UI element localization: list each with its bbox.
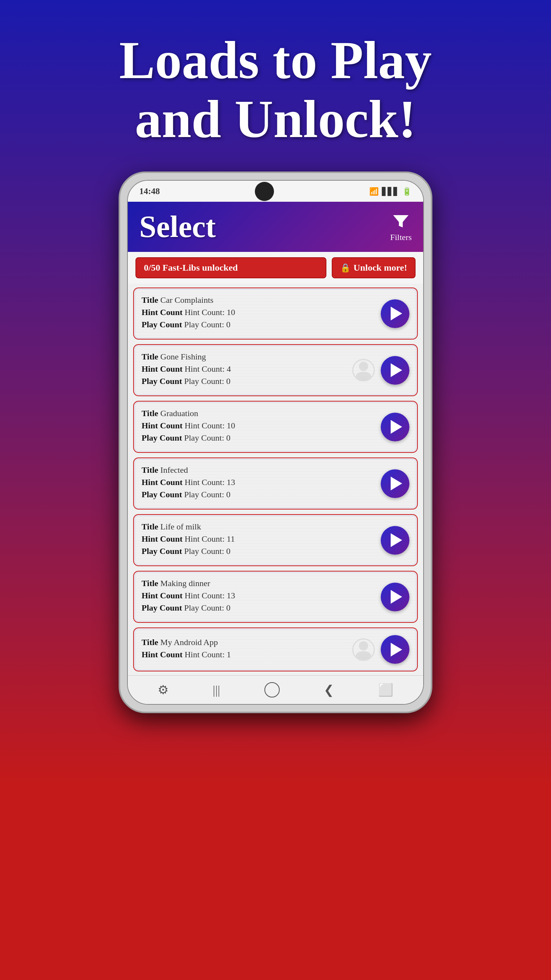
- item-title-row: Title Gone Fishing: [142, 352, 350, 362]
- item-play-row: Play Count Play Count: 0: [142, 320, 381, 330]
- item-title-row: Title My Android App: [142, 637, 350, 647]
- svg-text:User: User: [360, 377, 366, 380]
- item-play-row: Play Count Play Count: 0: [142, 603, 381, 613]
- item-title-row: Title Making dinner: [142, 578, 381, 588]
- unlock-more-button[interactable]: 🔒 Unlock more!: [332, 257, 416, 278]
- user-created-badge: User Created: [350, 636, 377, 663]
- item-play-label: Play Count: [142, 376, 184, 386]
- wifi-icon: 📶: [369, 187, 379, 196]
- item-hint-label: Hint Count: [142, 307, 184, 317]
- recent-apps-button[interactable]: ⬜: [378, 683, 393, 697]
- item-hint-row: Hint Count Hint Count: 13: [142, 591, 381, 601]
- item-play-label: Play Count: [142, 603, 184, 612]
- item-right: [381, 413, 409, 441]
- item-info: Title GraduationHint Count Hint Count: 1…: [142, 408, 381, 445]
- item-hint-value: Hint Count: 13: [184, 591, 235, 600]
- unlock-bar: 0/50 Fast-Libs unlocked 🔒 Unlock more!: [128, 252, 423, 284]
- item-title-row: Title Graduation: [142, 408, 381, 418]
- item-title-value: Making dinner: [160, 578, 210, 588]
- item-title-label: Title: [142, 408, 160, 418]
- play-triangle-icon: [391, 533, 402, 547]
- home-nav-button[interactable]: |||: [213, 683, 220, 697]
- item-hint-row: Hint Count Hint Count: 1: [142, 650, 350, 660]
- item-title-label: Title: [142, 578, 160, 588]
- item-title-label: Title: [142, 637, 160, 647]
- svg-marker-0: [393, 215, 409, 227]
- play-button[interactable]: [381, 583, 409, 611]
- item-play-row: Play Count Play Count: 0: [142, 433, 381, 443]
- item-play-row: Play Count Play Count: 0: [142, 490, 381, 500]
- phone-mockup: 14:48 📶 ▋▋▋ 🔋 Select Filters 0/50 Fast-L…: [119, 172, 432, 713]
- back-nav-button[interactable]: ⚙: [158, 683, 169, 697]
- list-item: Title InfectedHint Count Hint Count: 13P…: [133, 457, 418, 510]
- item-right: [381, 299, 409, 328]
- item-hint-label: Hint Count: [142, 364, 184, 374]
- item-title-row: Title Life of milk: [142, 522, 381, 532]
- svg-point-1: [359, 362, 368, 371]
- svg-point-6: [359, 641, 368, 650]
- signal-icon: ▋▋▋: [382, 187, 399, 196]
- play-button[interactable]: [381, 356, 409, 385]
- item-info: Title InfectedHint Count Hint Count: 13P…: [142, 465, 381, 502]
- status-time: 14:48: [139, 186, 160, 196]
- item-title-value: Life of milk: [160, 522, 201, 531]
- item-info: Title Making dinnerHint Count Hint Count…: [142, 578, 381, 615]
- list-item: Title My Android AppHint Count Hint Coun…: [133, 627, 418, 671]
- item-hint-row: Hint Count Hint Count: 13: [142, 477, 381, 487]
- circle-nav-button[interactable]: [264, 682, 280, 697]
- item-play-label: Play Count: [142, 433, 184, 443]
- item-right: [381, 526, 409, 555]
- svg-text:Created: Created: [359, 381, 368, 382]
- unlock-count: 0/50 Fast-Libs unlocked: [135, 257, 326, 278]
- play-button[interactable]: [381, 526, 409, 555]
- item-title-value: Graduation: [160, 408, 198, 418]
- app-title: Select: [139, 209, 216, 244]
- item-play-label: Play Count: [142, 490, 184, 499]
- item-play-value: Play Count: 0: [184, 433, 230, 443]
- item-hint-label: Hint Count: [142, 534, 184, 544]
- play-triangle-icon: [391, 420, 402, 434]
- back-arrow-button[interactable]: ❮: [324, 683, 334, 697]
- item-hint-row: Hint Count Hint Count: 4: [142, 364, 350, 374]
- play-triangle-icon: [391, 477, 402, 490]
- list-item: Title Life of milkHint Count Hint Count:…: [133, 514, 418, 566]
- item-title-value: Car Complaints: [160, 295, 214, 305]
- play-button[interactable]: [381, 413, 409, 441]
- item-play-row: Play Count Play Count: 0: [142, 546, 381, 556]
- bottom-nav: ⚙ ||| ❮ ⬜: [128, 675, 423, 704]
- item-right: [381, 469, 409, 498]
- list-area: Title Car ComplaintsHint Count Hint Coun…: [128, 284, 423, 675]
- item-hint-value: Hint Count: 11: [184, 534, 235, 544]
- play-button[interactable]: [381, 299, 409, 328]
- hero-title: Loads to Play and Unlock!: [96, 31, 455, 149]
- list-item: Title Car ComplaintsHint Count Hint Coun…: [133, 287, 418, 340]
- play-button[interactable]: [381, 635, 409, 664]
- item-hint-row: Hint Count Hint Count: 10: [142, 421, 381, 431]
- item-title-row: Title Car Complaints: [142, 295, 381, 305]
- item-play-value: Play Count: 0: [184, 603, 230, 612]
- item-title-label: Title: [142, 295, 160, 305]
- item-hint-value: Hint Count: 10: [184, 421, 235, 430]
- item-title-value: My Android App: [160, 637, 218, 647]
- item-hint-label: Hint Count: [142, 591, 184, 600]
- item-info: Title Life of milkHint Count Hint Count:…: [142, 522, 381, 559]
- item-info: Title Car ComplaintsHint Count Hint Coun…: [142, 295, 381, 332]
- svg-text:User: User: [360, 656, 366, 660]
- item-right: User Created: [350, 635, 409, 664]
- item-hint-row: Hint Count Hint Count: 10: [142, 307, 381, 317]
- status-bar: 14:48 📶 ▋▋▋ 🔋: [128, 181, 423, 202]
- unlock-more-label: Unlock more!: [354, 263, 407, 273]
- item-title-row: Title Infected: [142, 465, 381, 475]
- item-title-label: Title: [142, 465, 160, 475]
- list-item: Title Gone FishingHint Count Hint Count:…: [133, 344, 418, 396]
- filter-button[interactable]: Filters: [390, 211, 412, 242]
- item-play-value: Play Count: 0: [184, 546, 230, 556]
- item-hint-value: Hint Count: 10: [184, 307, 235, 317]
- item-hint-value: Hint Count: 13: [184, 477, 235, 487]
- status-icons: 📶 ▋▋▋ 🔋: [369, 187, 412, 196]
- play-button[interactable]: [381, 469, 409, 498]
- camera-notch: [255, 182, 274, 201]
- filter-icon: [390, 211, 411, 230]
- item-title-value: Gone Fishing: [160, 352, 206, 361]
- item-title-label: Title: [142, 352, 160, 361]
